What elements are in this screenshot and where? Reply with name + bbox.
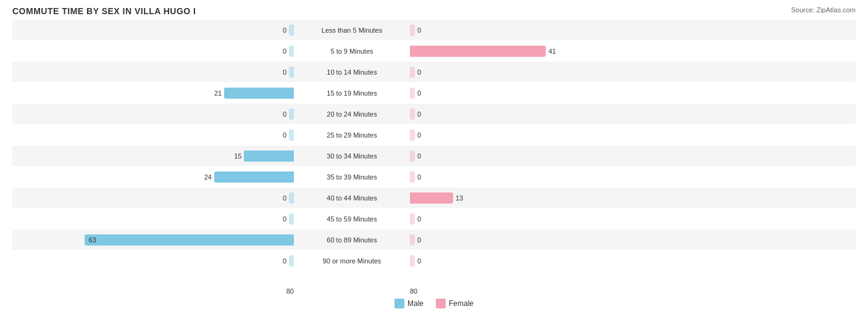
chart-row: 0 90 or more Minutes 0 [12, 250, 856, 271]
female-bar [410, 130, 415, 141]
female-value: 41 [548, 47, 564, 55]
legend: Male Female [12, 299, 856, 308]
male-value-inside: 63 [88, 236, 96, 244]
male-bar [289, 130, 294, 141]
left-section: 0 [12, 255, 296, 266]
left-section: 0 [12, 192, 296, 204]
left-section: 0 [12, 25, 296, 36]
female-bar [410, 88, 415, 99]
male-bar: 63 [85, 234, 294, 246]
chart-row: 0 10 to 14 Minutes 0 [12, 62, 856, 82]
male-value: 0 [271, 131, 286, 139]
male-value: 0 [271, 215, 286, 223]
right-section: 0 [407, 88, 691, 99]
male-bar [244, 151, 294, 162]
male-value: 0 [271, 47, 286, 55]
right-section: 0 [407, 151, 691, 162]
axis-row: 80 80 [12, 287, 856, 295]
row-label: 25 to 29 Minutes [296, 131, 407, 139]
male-bar [289, 109, 294, 120]
female-value: 0 [417, 68, 433, 76]
right-section: 0 [407, 255, 691, 266]
male-bar [224, 88, 294, 99]
female-bar [410, 46, 546, 57]
female-bar [410, 255, 415, 266]
female-value: 0 [417, 236, 433, 244]
chart-row: 0 20 to 24 Minutes 0 [12, 104, 856, 124]
female-bar [410, 67, 415, 78]
male-bar [289, 255, 294, 266]
chart-row: 0 45 to 59 Minutes 0 [12, 208, 856, 229]
chart-row: 21 15 to 19 Minutes 0 [12, 83, 856, 103]
legend-female: Female [436, 299, 474, 308]
female-bar [410, 171, 415, 183]
male-bar [214, 171, 294, 183]
chart-row: 0 5 to 9 Minutes 41 [12, 41, 856, 61]
legend-male: Male [394, 299, 424, 308]
right-section: 0 [407, 67, 691, 78]
left-section: 0 [12, 67, 296, 78]
row-label: 60 to 89 Minutes [296, 236, 407, 244]
chart-row: 63 60 to 89 Minutes 0 [12, 229, 856, 250]
female-bar [410, 192, 453, 204]
left-section: 0 [12, 109, 296, 120]
row-label: 10 to 14 Minutes [296, 68, 407, 76]
row-label: 15 to 19 Minutes [296, 89, 407, 97]
male-value: 0 [271, 194, 286, 202]
male-value: 0 [271, 257, 286, 265]
left-section: 15 [12, 151, 296, 162]
row-label: 5 to 9 Minutes [296, 47, 407, 55]
right-section: 13 [407, 192, 691, 204]
female-value: 0 [417, 257, 433, 265]
male-value: 0 [271, 27, 286, 34]
male-value: 0 [271, 68, 286, 76]
right-section: 0 [407, 213, 691, 225]
row-label: 90 or more Minutes [296, 257, 407, 265]
row-label: 40 to 44 Minutes [296, 194, 407, 202]
source-text: Source: ZipAtlas.com [791, 6, 856, 14]
chart-row: 0 Less than 5 Minutes 0 [12, 20, 856, 40]
axis-left: 80 [12, 287, 296, 295]
right-section: 0 [407, 130, 691, 141]
chart-row: 24 35 to 39 Minutes 0 [12, 167, 856, 187]
male-value: 0 [271, 110, 286, 118]
male-bar [289, 46, 294, 57]
male-bar [289, 25, 294, 36]
row-label: 20 to 24 Minutes [296, 110, 407, 118]
left-section: 0 [12, 130, 296, 141]
chart-row: 0 25 to 29 Minutes 0 [12, 125, 856, 145]
left-section: 21 [12, 88, 296, 99]
chart-title: COMMUTE TIME BY SEX IN VILLA HUGO I [12, 6, 856, 16]
male-value: 15 [226, 152, 241, 160]
male-bar [289, 213, 294, 225]
female-value: 0 [417, 131, 433, 139]
male-legend-box [394, 299, 404, 308]
female-bar [410, 213, 415, 225]
female-bar [410, 109, 415, 120]
row-label: 35 to 39 Minutes [296, 173, 407, 181]
left-section: 63 [12, 234, 296, 246]
female-value: 0 [417, 110, 433, 118]
female-value: 0 [417, 89, 433, 97]
row-label: 45 to 59 Minutes [296, 215, 407, 223]
chart-container: COMMUTE TIME BY SEX IN VILLA HUGO I Sour… [0, 0, 868, 322]
male-legend-label: Male [407, 299, 424, 308]
female-value: 0 [417, 173, 433, 181]
female-bar [410, 151, 415, 162]
male-bar [289, 192, 294, 204]
female-value: 0 [417, 215, 433, 223]
female-legend-label: Female [449, 299, 474, 308]
chart-row: 15 30 to 34 Minutes 0 [12, 146, 856, 166]
right-section: 0 [407, 25, 691, 36]
female-legend-box [436, 299, 446, 308]
right-section: 0 [407, 109, 691, 120]
right-section: 0 [407, 234, 691, 246]
left-section: 0 [12, 213, 296, 225]
female-value: 0 [417, 152, 433, 160]
left-section: 0 [12, 46, 296, 57]
left-section: 24 [12, 171, 296, 183]
right-section: 41 [407, 46, 691, 57]
female-value: 0 [417, 27, 433, 34]
female-value: 13 [456, 194, 471, 202]
right-section: 0 [407, 171, 691, 183]
